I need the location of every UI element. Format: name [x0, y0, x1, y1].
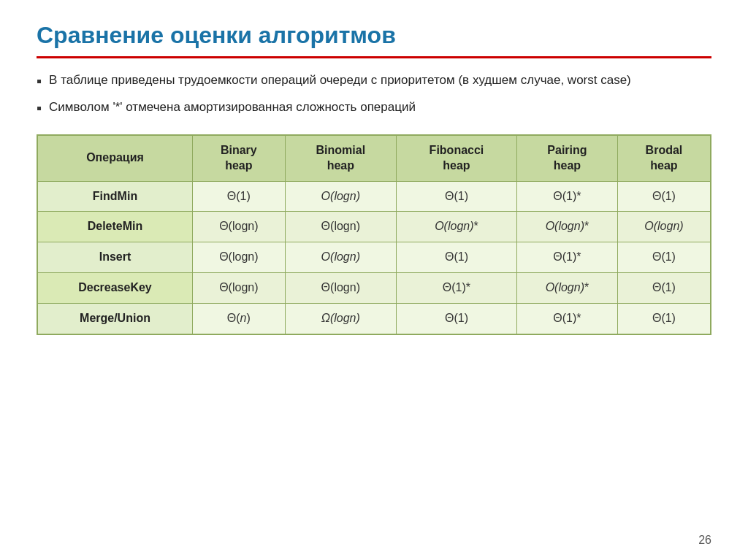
cell-2-pairing: Θ(1)* — [517, 242, 618, 273]
table-row: Merge/UnionΘ(n)Ω(logn)Θ(1)Θ(1)*Θ(1) — [37, 303, 711, 334]
page-number: 26 — [698, 534, 711, 547]
cell-0-pairing: Θ(1)* — [517, 181, 618, 212]
cell-1-pairing: O(logn)* — [517, 212, 618, 242]
title-divider — [37, 56, 711, 58]
cell-3-binary: Θ(logn) — [193, 272, 286, 303]
page-title: Сравнение оценки алгоритмов — [37, 22, 711, 49]
col-header-binomial: Binomialheap — [285, 135, 396, 181]
cell-3-brodal: Θ(1) — [617, 272, 711, 303]
bullet-list: В таблице приведены трудоемкости операци… — [37, 72, 711, 118]
cell-4-binary: Θ(n) — [193, 303, 286, 334]
table-row: DeleteMinΘ(logn)Θ(logn)O(logn)*O(logn)*O… — [37, 212, 711, 242]
cell-0-binary: Θ(1) — [193, 181, 286, 212]
col-header-brodal: Brodalheap — [617, 135, 711, 181]
cell-3-pairing: O(logn)* — [517, 272, 618, 303]
cell-1-operation: DeleteMin — [37, 212, 193, 242]
cell-1-binary: Θ(logn) — [193, 212, 286, 242]
col-header-operation: Операция — [37, 135, 193, 181]
table-row: DecreaseKeyΘ(logn)Θ(logn)Θ(1)*O(logn)*Θ(… — [37, 272, 711, 303]
cell-4-pairing: Θ(1)* — [517, 303, 618, 334]
cell-2-operation: Insert — [37, 242, 193, 273]
bullet-item-2: Символом '*' отмечена амортизированная с… — [37, 99, 711, 118]
col-header-binary: Binaryheap — [193, 135, 286, 181]
cell-0-operation: FindMin — [37, 181, 193, 212]
col-header-fibonacci: Fibonacciheap — [396, 135, 516, 181]
table-header-row: Операция Binaryheap Binomialheap Fibonac… — [37, 135, 711, 181]
cell-2-binomial: O(logn) — [285, 242, 396, 273]
cell-1-binomial: Θ(logn) — [285, 212, 396, 242]
cell-4-brodal: Θ(1) — [617, 303, 711, 334]
table-row: FindMinΘ(1)O(logn)Θ(1)Θ(1)*Θ(1) — [37, 181, 711, 212]
cell-0-brodal: Θ(1) — [617, 181, 711, 212]
cell-3-operation: DecreaseKey — [37, 272, 193, 303]
bullet-item-1: В таблице приведены трудоемкости операци… — [37, 72, 711, 91]
cell-4-binomial: Ω(logn) — [285, 303, 396, 334]
cell-3-fibonacci: Θ(1)* — [396, 272, 516, 303]
cell-1-fibonacci: O(logn)* — [396, 212, 516, 242]
table-row: InsertΘ(logn)O(logn)Θ(1)Θ(1)*Θ(1) — [37, 242, 711, 273]
cell-2-brodal: Θ(1) — [617, 242, 711, 273]
cell-4-operation: Merge/Union — [37, 303, 193, 334]
cell-0-binomial: O(logn) — [285, 181, 396, 212]
cell-4-fibonacci: Θ(1) — [396, 303, 516, 334]
cell-2-binary: Θ(logn) — [193, 242, 286, 273]
col-header-pairing: Pairingheap — [517, 135, 618, 181]
comparison-table: Операция Binaryheap Binomialheap Fibonac… — [37, 134, 711, 335]
cell-0-fibonacci: Θ(1) — [396, 181, 516, 212]
cell-2-fibonacci: Θ(1) — [396, 242, 516, 273]
cell-1-brodal: O(logn) — [617, 212, 711, 242]
cell-3-binomial: Θ(logn) — [285, 272, 396, 303]
